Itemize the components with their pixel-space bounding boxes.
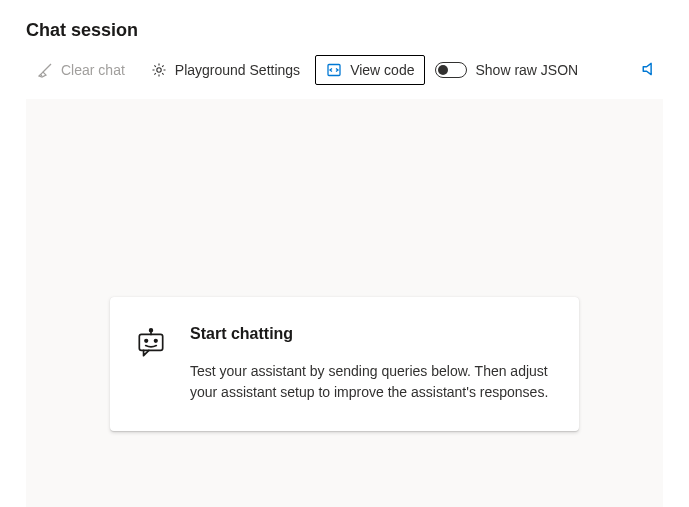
view-code-label: View code: [350, 62, 414, 78]
show-raw-json-label: Show raw JSON: [475, 62, 578, 78]
speaker-button[interactable]: [637, 56, 663, 85]
show-raw-json-toggle[interactable]: [435, 62, 467, 78]
broom-icon: [37, 62, 53, 78]
clear-chat-button[interactable]: Clear chat: [26, 55, 136, 85]
view-code-button[interactable]: View code: [315, 55, 425, 85]
chat-session-panel: Chat session Clear chat Playground Setti…: [0, 0, 689, 507]
speaker-icon: [641, 60, 659, 81]
show-raw-json-toggle-group: Show raw JSON: [435, 62, 578, 78]
svg-point-3: [150, 329, 153, 332]
playground-settings-button[interactable]: Playground Settings: [140, 55, 311, 85]
svg-point-5: [155, 340, 158, 343]
toolbar: Clear chat Playground Settings View code: [0, 55, 689, 99]
svg-point-0: [157, 68, 161, 72]
page-title: Chat session: [0, 0, 689, 55]
playground-settings-label: Playground Settings: [175, 62, 300, 78]
svg-rect-2: [139, 334, 162, 350]
empty-state-body: Test your assistant by sending queries b…: [190, 361, 551, 403]
empty-state-title: Start chatting: [190, 325, 551, 343]
gear-icon: [151, 62, 167, 78]
chat-area: Start chatting Test your assistant by se…: [26, 99, 663, 507]
code-icon: [326, 62, 342, 78]
bot-icon: [134, 325, 168, 361]
toggle-knob: [438, 65, 448, 75]
clear-chat-label: Clear chat: [61, 62, 125, 78]
empty-state-content: Start chatting Test your assistant by se…: [190, 325, 551, 403]
svg-point-4: [145, 340, 148, 343]
empty-state-card: Start chatting Test your assistant by se…: [110, 297, 579, 431]
